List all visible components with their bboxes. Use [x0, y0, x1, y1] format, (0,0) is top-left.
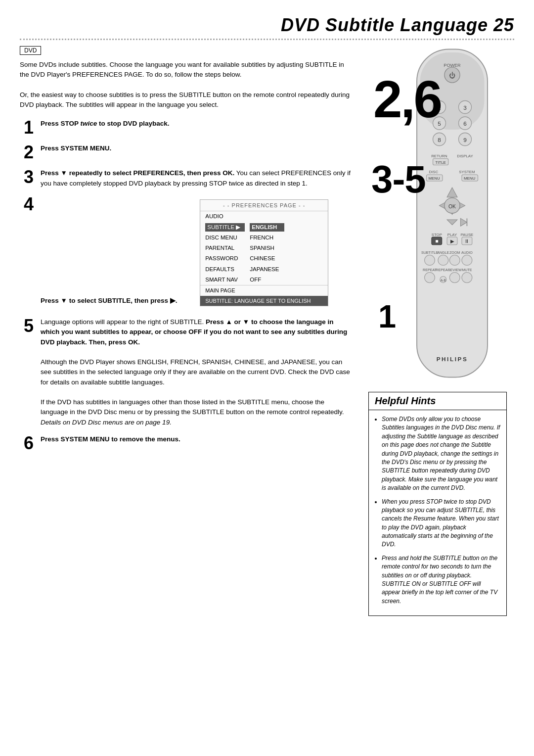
svg-point-61 [462, 273, 472, 283]
hint-item: Press and hold the SUBTITLE button on th… [382, 554, 500, 606]
left-column: DVD Some DVDs include subtitles. Choose … [20, 46, 351, 616]
svg-text:SUBTITLE: SUBTITLE [421, 251, 438, 255]
prefs-status: SUBTITLE: LANGUAGE SET TO ENGLISH [200, 296, 328, 306]
table-row: PARENTAL SPANISH [200, 243, 328, 253]
right-column: 2,6 3-5 1 ⏻ POWER 2 3 5 [361, 46, 514, 616]
step-6: 6 Press SYSTEM MENU to remove the menus. [20, 434, 351, 452]
table-row: PASSWORD CHINESE [200, 253, 328, 264]
svg-text:PHILIPS: PHILIPS [437, 356, 468, 362]
svg-text:ANGLE: ANGLE [437, 251, 449, 255]
hint-item: Some DVDs only allow you to choose Subti… [382, 415, 500, 493]
svg-text:AUDIO: AUDIO [461, 251, 473, 255]
dvd-badge: DVD [20, 46, 41, 55]
svg-text:9: 9 [463, 137, 467, 143]
svg-text:RETURN: RETURN [431, 154, 447, 158]
svg-text:MENU: MENU [464, 176, 475, 181]
svg-point-49 [425, 255, 435, 266]
prefs-footer: MAIN PAGE [200, 285, 328, 296]
svg-text:■: ■ [435, 238, 438, 244]
helpful-hints-title: Helpful Hints [369, 392, 506, 410]
svg-text:PAUSE: PAUSE [460, 233, 473, 237]
preferences-table: - - PREFERENCES PAGE - - AUDIO SUBTITLE … [200, 199, 328, 306]
step-4: 4 Press ▼ to select SUBTITLE, then press… [20, 195, 351, 310]
step-5: 5 Language options will appear to the ri… [20, 317, 351, 427]
helpful-hints-box: Helpful Hints Some DVDs only allow you t… [368, 392, 507, 616]
step-1: 1 Press STOP twice to stop DVD playback. [20, 119, 351, 137]
remote-step-numbers-large: 2,6 [373, 73, 441, 125]
page-title: DVD Subtitle Language 25 [20, 15, 514, 36]
svg-point-57 [425, 273, 435, 283]
helpful-hints-body: Some DVDs only allow you to choose Subti… [369, 410, 506, 615]
svg-text:▶: ▶ [450, 238, 454, 244]
svg-text:REPEAT: REPEAT [423, 268, 437, 272]
remote-control: 2,6 3-5 1 ⏻ POWER 2 3 5 [368, 46, 507, 382]
prefs-header: - - PREFERENCES PAGE - - [200, 200, 328, 212]
svg-text:⏸: ⏸ [464, 238, 469, 244]
svg-text:TITLE: TITLE [435, 160, 445, 165]
svg-text:SYSTEM: SYSTEM [459, 170, 475, 174]
svg-text:MENU: MENU [429, 176, 440, 181]
table-row: DEFAULTS JAPANESE [200, 264, 328, 275]
svg-text:REVIEW: REVIEW [448, 268, 462, 272]
svg-text:MUTE: MUTE [462, 268, 472, 272]
svg-text:ZOOM: ZOOM [449, 251, 460, 255]
svg-text:8: 8 [438, 137, 441, 143]
svg-text:PLAY: PLAY [447, 233, 457, 237]
title-divider [20, 39, 514, 40]
step-2: 2 Press SYSTEM MENU. [20, 143, 351, 161]
table-row: AUDIO [200, 211, 328, 222]
svg-text:⏻: ⏻ [449, 72, 455, 79]
svg-point-50 [438, 255, 448, 266]
intro-text: Some DVDs include subtitles. Choose the … [20, 60, 351, 110]
table-row-smartnav: SMART NAV OFF [200, 275, 328, 285]
svg-point-51 [449, 255, 460, 266]
table-row-selected: SUBTITLE ▶ ENGLISH [200, 222, 328, 233]
svg-text:6: 6 [463, 120, 467, 127]
svg-point-52 [462, 255, 472, 266]
svg-text:A-B: A-B [441, 279, 446, 282]
svg-text:POWER: POWER [444, 63, 461, 68]
svg-text:DISC: DISC [429, 170, 438, 174]
svg-text:STOP: STOP [432, 233, 442, 237]
hint-item: When you press STOP twice to stop DVD pl… [382, 498, 500, 549]
svg-text:OK: OK [448, 204, 456, 209]
svg-text:3: 3 [463, 104, 467, 111]
remote-step-number-small: 1 [378, 298, 396, 335]
remote-step-numbers-medium: 3-5 [371, 160, 426, 198]
svg-text:DISPLAY: DISPLAY [457, 154, 473, 158]
svg-point-60 [449, 273, 460, 283]
table-row: DISC MENU FRENCH [200, 233, 328, 243]
step-3: 3 Press ▼ repeatedly to select PREFERENC… [20, 168, 351, 189]
